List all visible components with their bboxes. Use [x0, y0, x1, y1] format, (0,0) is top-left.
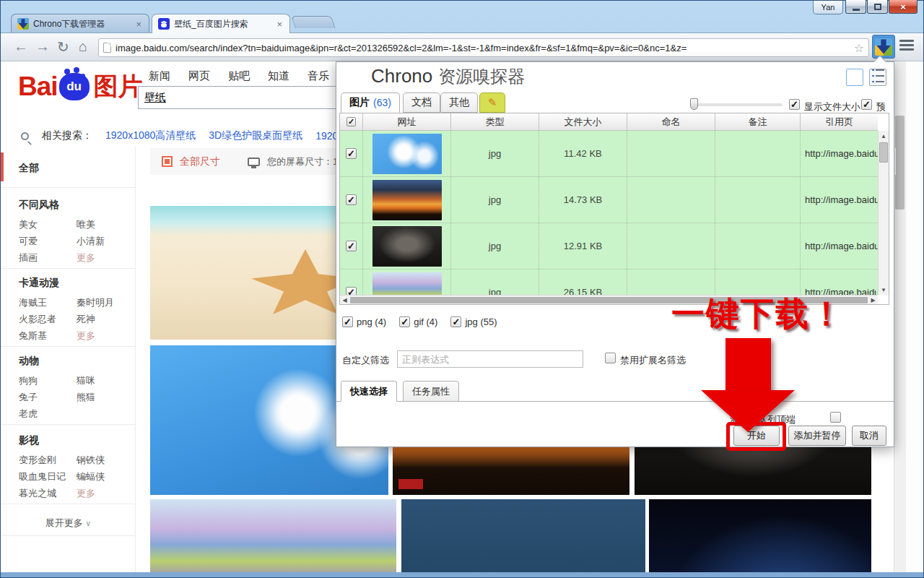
bookmark-star-icon[interactable]: ☆	[854, 41, 864, 55]
scroll-right-icon[interactable]: ▶	[868, 297, 878, 303]
cancel-button[interactable]: 取消	[852, 426, 886, 446]
sidebar-link[interactable]: 狗狗	[19, 374, 38, 387]
col-name[interactable]: 命名	[627, 113, 715, 131]
row-checkbox[interactable]: ✓	[346, 241, 357, 251]
scroll-down-icon[interactable]: ▼	[879, 285, 889, 295]
thumbnail-size-slider[interactable]	[693, 103, 783, 106]
filter-png[interactable]: ✓ png (4)	[342, 316, 386, 327]
table-row[interactable]: ✓ jpg 11.42 KB http://image.baidu	[340, 131, 878, 177]
row-checkbox[interactable]: ✓	[346, 194, 357, 205]
scroll-left-icon[interactable]: ◀	[340, 297, 349, 303]
scroll-up-icon[interactable]: ▲	[879, 131, 889, 141]
maximize-button[interactable]	[867, 0, 888, 14]
sidebar-link[interactable]: 可爱	[19, 235, 38, 248]
sidebar-more-link[interactable]: 更多	[77, 487, 95, 500]
sidebar-link[interactable]: 吸血鬼日记	[19, 470, 66, 483]
sidebar-link[interactable]: 唯美	[77, 218, 95, 231]
bottom-tab-quick-select[interactable]: 快速选择	[341, 381, 397, 402]
baidu-search-input[interactable]	[138, 86, 354, 109]
minimize-button[interactable]	[845, 0, 866, 14]
related-link[interactable]: 3D绿色护眼桌面壁纸	[209, 129, 302, 142]
thumbnail-painted-landscape[interactable]	[150, 499, 396, 572]
popup-tab-images[interactable]: 图片 (63)	[341, 92, 400, 113]
popup-tab-edit[interactable]: ✎	[479, 92, 505, 113]
related-link[interactable]: 1920x1080高清壁纸	[105, 129, 196, 142]
back-icon[interactable]: ←	[14, 38, 28, 55]
table-vscroll-thumb[interactable]	[879, 142, 888, 163]
table-row[interactable]: ✓ jpg 26.15 KB http://image.baidu	[340, 269, 878, 295]
tab-close-icon[interactable]: ×	[275, 19, 284, 30]
png-checkbox[interactable]: ✓	[342, 316, 353, 327]
col-remark[interactable]: 备注	[715, 113, 801, 131]
sidebar-link[interactable]: 暮光之城	[19, 487, 56, 500]
disable-ext-checkbox[interactable]	[605, 353, 616, 363]
sidebar-link[interactable]: 蝙蝠侠	[77, 470, 105, 483]
expand-more-button[interactable]: 展开更多 ∨	[1, 517, 136, 530]
address-bar[interactable]: image.baidu.com/search/index?tn=baiduima…	[98, 38, 869, 57]
custom-filter-input[interactable]	[397, 350, 583, 368]
tab-close-icon[interactable]: ×	[134, 19, 143, 30]
filter-jpg[interactable]: ✓ jpg (55)	[450, 316, 497, 327]
sidebar-link[interactable]: 兔斯基	[19, 329, 47, 342]
thumbnail-cartoon[interactable]	[401, 499, 645, 572]
sidebar-more-link[interactable]: 更多	[77, 329, 95, 342]
sidebar-link[interactable]: 钢铁侠	[77, 454, 105, 467]
all-sizes-label[interactable]: 全部尺寸	[180, 155, 220, 168]
tab-baidu-images[interactable]: 壁纸_百度图片搜索 ×	[152, 14, 290, 33]
slider-thumb[interactable]	[690, 98, 698, 110]
nav-music[interactable]: 音乐	[308, 69, 329, 83]
thumbnail-starry-night[interactable]	[649, 499, 871, 572]
popup-tab-other[interactable]: 其他	[440, 92, 478, 113]
sidebar-link[interactable]: 海贼王	[19, 296, 47, 309]
sidebar-link[interactable]: 老虎	[19, 407, 38, 420]
add-and-pause-button[interactable]: 添加并暂停	[788, 426, 846, 446]
list-view-icon[interactable]	[869, 69, 886, 86]
col-referer[interactable]: 引用页	[801, 113, 878, 131]
row-checkbox[interactable]: ✓	[346, 287, 357, 295]
nav-tieba[interactable]: 贴吧	[228, 69, 250, 83]
tab-chrono-manager[interactable]: Chrono下载管理器 ×	[11, 14, 149, 33]
preview-checkbox[interactable]: ✓	[861, 99, 872, 110]
bottom-tab-task-props[interactable]: 任务属性	[403, 381, 459, 402]
select-all-checkbox[interactable]: ✓	[346, 117, 356, 126]
nav-news[interactable]: 新闻	[149, 69, 170, 83]
sidebar-link[interactable]: 死神	[77, 313, 95, 326]
new-tab-button[interactable]	[291, 16, 336, 28]
browser-menu-button[interactable]	[899, 40, 914, 51]
row-checkbox[interactable]: ✓	[346, 148, 357, 159]
sidebar-link[interactable]: 猫咪	[77, 374, 95, 387]
browser-scrollbar-thumb[interactable]	[895, 116, 905, 210]
filter-gif[interactable]: ✓ gif (4)	[399, 316, 437, 327]
grid-view-icon[interactable]	[846, 69, 863, 86]
sidebar-more-link[interactable]: 更多	[77, 251, 95, 264]
sidebar-link[interactable]: 美女	[19, 218, 38, 231]
nav-zhidao[interactable]: 知道	[268, 69, 289, 83]
profile-button[interactable]: Yan	[813, 1, 843, 14]
show-size-checkbox[interactable]: ✓	[789, 99, 800, 110]
col-type[interactable]: 类型	[451, 113, 539, 131]
forward-icon[interactable]: →	[35, 38, 50, 55]
table-row[interactable]: ✓ jpg 14.73 KB http://image.baidu	[340, 177, 878, 223]
col-size[interactable]: 文件大小	[539, 113, 627, 131]
close-button[interactable]: ×	[889, 0, 918, 14]
sidebar-link[interactable]: 小清新	[77, 235, 105, 248]
nav-web[interactable]: 网页	[188, 69, 210, 83]
url-text[interactable]: image.baidu.com/search/index?tn=baiduima…	[116, 43, 851, 53]
sidebar-link[interactable]: 火影忍者	[19, 313, 56, 326]
sidebar-link[interactable]: 插画	[19, 251, 38, 264]
queue-top-checkbox[interactable]	[830, 412, 841, 423]
gif-checkbox[interactable]: ✓	[399, 316, 410, 327]
sidebar-link[interactable]: 熊猫	[77, 391, 95, 404]
home-icon[interactable]: ⌂	[79, 38, 87, 55]
sidebar-link[interactable]: 秦时明月	[77, 296, 114, 309]
col-url[interactable]: 网址	[363, 113, 451, 131]
sidebar-item-all[interactable]: 全部	[19, 162, 39, 175]
jpg-checkbox[interactable]: ✓	[450, 316, 461, 327]
chrono-extension-button[interactable]	[872, 35, 895, 59]
sidebar-link[interactable]: 变形金刚	[19, 454, 56, 467]
table-vertical-scrollbar[interactable]: ▲ ▼	[878, 131, 889, 295]
sidebar-link[interactable]: 兔子	[19, 391, 38, 404]
refresh-icon[interactable]: ↻	[57, 38, 69, 56]
popup-tab-docs[interactable]: 文档	[403, 92, 440, 113]
table-row[interactable]: ✓ jpg 12.91 KB http://image.baidu	[340, 223, 878, 269]
